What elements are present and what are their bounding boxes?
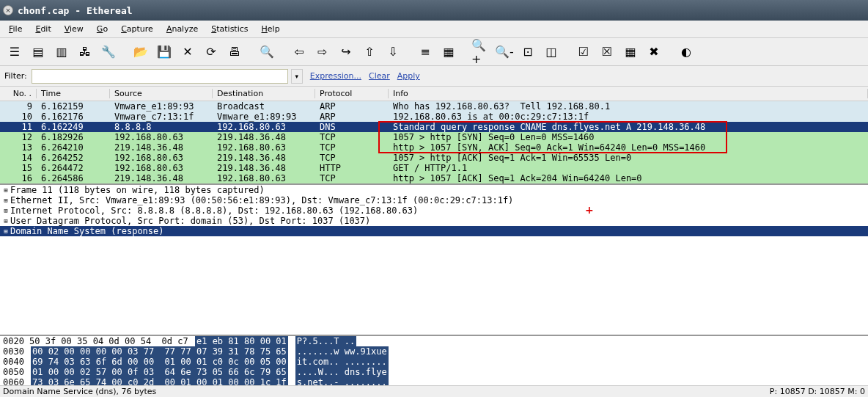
clear-link[interactable]: Clear bbox=[369, 71, 390, 81]
packet-row[interactable]: 106.162176Vmware_c7:13:1fVmware_e1:89:93… bbox=[0, 112, 868, 122]
card2-icon[interactable]: ▥ bbox=[51, 42, 72, 62]
status-left: Domain Name Service (dns), 76 bytes bbox=[3, 387, 156, 396]
filter1-icon[interactable]: ☑ bbox=[573, 42, 594, 62]
save-icon[interactable]: 💾 bbox=[154, 42, 174, 62]
titlebar: × chonf.cap - Ethereal bbox=[0, 0, 868, 21]
menu-help[interactable]: Help bbox=[256, 22, 286, 36]
packet-row[interactable]: 96.162159Vmware_e1:89:93BroadcastARPWho … bbox=[0, 101, 868, 112]
col-no[interactable]: No. . bbox=[0, 89, 37, 98]
hex-line[interactable]: 003000 02 00 00 00 00 03 77 77 77 07 39 … bbox=[0, 346, 868, 357]
expand-icon[interactable]: ⊞ bbox=[1, 207, 10, 214]
protocol-tree[interactable]: ⊞ Frame 11 (118 bytes on wire, 118 bytes… bbox=[0, 183, 868, 236]
help-icon[interactable]: ◐ bbox=[676, 42, 696, 62]
hex-line[interactable]: 002050 3f 00 35 04 0d 00 54 0d c7 e1 eb … bbox=[0, 336, 868, 346]
status-bar: Domain Name Service (dns), 76 bytes P: 1… bbox=[0, 385, 868, 397]
col-time[interactable]: Time bbox=[37, 89, 110, 98]
menu-capture[interactable]: Capture bbox=[115, 22, 159, 36]
wrench-icon[interactable]: 🔧 bbox=[98, 42, 119, 62]
apply-link[interactable]: Apply bbox=[397, 71, 420, 81]
menu-view[interactable]: View bbox=[59, 22, 89, 36]
expand-icon[interactable]: ⊞ bbox=[1, 197, 10, 204]
annotation-plus: + bbox=[585, 204, 594, 216]
tree-node[interactable]: ⊞ Frame 11 (118 bytes on wire, 118 bytes… bbox=[0, 185, 868, 195]
filter-bar: Filter: ▾ Expression... Clear Apply bbox=[0, 66, 868, 87]
fwd-icon[interactable]: ⇨ bbox=[312, 42, 333, 62]
menu-analyze[interactable]: Analyze bbox=[161, 22, 204, 36]
filter-input[interactable] bbox=[32, 69, 288, 84]
down-icon[interactable]: ⇩ bbox=[383, 42, 403, 62]
print-icon[interactable]: 🖶 bbox=[224, 42, 245, 62]
up-icon[interactable]: ⇧ bbox=[359, 42, 380, 62]
back-icon[interactable]: ⇦ bbox=[289, 42, 309, 62]
expand-icon[interactable]: ⊞ bbox=[1, 186, 10, 194]
reload-icon[interactable]: ⟳ bbox=[201, 42, 221, 62]
menu-go[interactable]: Go bbox=[91, 22, 114, 36]
menubar: FileEditViewGoCaptureAnalyzeStatisticsHe… bbox=[0, 21, 868, 38]
packet-row[interactable]: 166.264586219.148.36.48192.168.80.63TCPh… bbox=[0, 173, 868, 183]
open-icon[interactable]: 📂 bbox=[130, 42, 151, 62]
filter-label: Filter: bbox=[4, 71, 27, 81]
hex-pane[interactable]: 002050 3f 00 35 04 0d 00 54 0d c7 e1 eb … bbox=[0, 335, 868, 386]
devices-icon[interactable]: 🖧 bbox=[75, 42, 95, 62]
expression-link[interactable]: Expression... bbox=[310, 71, 361, 81]
prefs-icon[interactable]: ✖ bbox=[644, 42, 664, 62]
zoom-out-icon[interactable]: 🔍- bbox=[494, 42, 515, 62]
resize-icon[interactable]: ◫ bbox=[541, 42, 562, 62]
view1-icon[interactable]: ≡ bbox=[415, 42, 435, 62]
window-title: chonf.cap - Ethereal bbox=[18, 5, 133, 16]
menu-file[interactable]: File bbox=[3, 22, 28, 36]
tree-node[interactable]: ⊞ Internet Protocol, Src: 8.8.8.8 (8.8.8… bbox=[0, 205, 868, 216]
col-info[interactable]: Info bbox=[389, 89, 868, 98]
packet-row[interactable]: 146.264252192.168.80.63219.148.36.48TCP1… bbox=[0, 153, 868, 163]
hex-line[interactable]: 005001 00 00 02 57 00 0f 03 64 6e 73 05 … bbox=[0, 367, 868, 377]
status-right: P: 10857 D: 10857 M: 0 bbox=[770, 387, 865, 396]
jump-icon[interactable]: ↪ bbox=[336, 42, 356, 62]
tree-node[interactable]: ⊞ Ethernet II, Src: Vmware_e1:89:93 (00:… bbox=[0, 195, 868, 205]
zoom-fit-icon[interactable]: ⊡ bbox=[518, 42, 538, 62]
packet-row[interactable]: 136.264210219.148.36.48192.168.80.63TCPh… bbox=[0, 142, 868, 153]
tree-node[interactable]: ⊞ Domain Name System (response) bbox=[0, 226, 868, 236]
hex-line[interactable]: 004069 74 03 63 6f 6d 00 00 01 00 01 c0 … bbox=[0, 357, 868, 367]
packet-row[interactable]: 156.264472192.168.80.63219.148.36.48HTTP… bbox=[0, 163, 868, 173]
colorize-icon[interactable]: ▦ bbox=[620, 42, 641, 62]
col-source[interactable]: Source bbox=[110, 89, 213, 98]
packet-list[interactable]: 96.162159Vmware_e1:89:93BroadcastARPWho … bbox=[0, 101, 868, 183]
view2-icon[interactable]: ▦ bbox=[438, 42, 459, 62]
filter2-icon[interactable]: ☒ bbox=[597, 42, 617, 62]
col-destination[interactable]: Destination bbox=[213, 89, 315, 98]
expand-icon[interactable]: ⊞ bbox=[1, 227, 10, 235]
packet-list-header: No. . Time Source Destination Protocol I… bbox=[0, 87, 868, 101]
col-protocol[interactable]: Protocol bbox=[315, 89, 389, 98]
toolbar: ☰▤▥🖧🔧📂💾✕⟳🖶🔍⇦⇨↪⇧⇩≡▦🔍+🔍-⊡◫☑☒▦✖◐ bbox=[0, 38, 868, 66]
expand-icon[interactable]: ⊞ bbox=[1, 217, 10, 225]
packet-row[interactable]: 126.182926192.168.80.63219.148.36.48TCP1… bbox=[0, 132, 868, 142]
find-icon[interactable]: 🔍 bbox=[257, 42, 277, 62]
close-icon[interactable]: ✕ bbox=[177, 42, 198, 62]
window-close-icon[interactable]: × bbox=[3, 5, 13, 15]
list-icon[interactable]: ☰ bbox=[4, 42, 25, 62]
menu-statistics[interactable]: Statistics bbox=[205, 22, 254, 36]
filter-dropdown[interactable]: ▾ bbox=[291, 69, 303, 84]
card-icon[interactable]: ▤ bbox=[28, 42, 48, 62]
zoom-in-icon[interactable]: 🔍+ bbox=[471, 42, 491, 62]
packet-row[interactable]: 116.1622498.8.8.8192.168.80.63DNSStandar… bbox=[0, 122, 868, 132]
menu-edit[interactable]: Edit bbox=[29, 22, 56, 36]
tree-node[interactable]: ⊞ User Datagram Protocol, Src Port: doma… bbox=[0, 216, 868, 226]
